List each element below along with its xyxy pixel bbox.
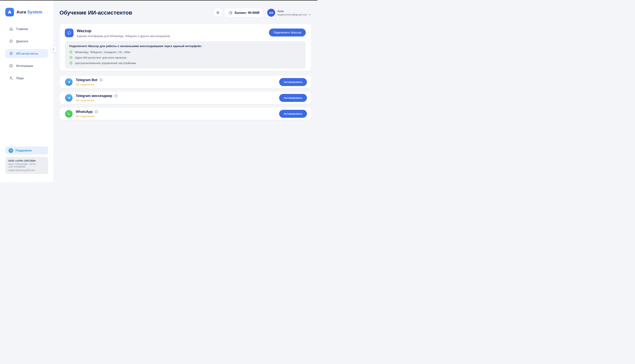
brand-name: Aura System xyxy=(16,10,42,14)
sidebar: Aura System Главная xyxy=(0,0,54,182)
app-root: Aura System Главная xyxy=(0,0,318,182)
company-registration: ИНН 7730344399 · ОГРН 1257700496360 xyxy=(8,163,45,168)
info-icon[interactable]: i xyxy=(99,78,103,82)
sidebar-spacer xyxy=(0,82,54,146)
chat-icon xyxy=(9,39,13,43)
feature-item: Централизованное управление настройками xyxy=(69,61,302,65)
sidebar-collapse-button[interactable] xyxy=(51,46,56,52)
channel-title: Telegram Bot xyxy=(76,78,97,82)
channel-title: WhatsApp xyxy=(76,110,92,114)
brand-name-secondary: System xyxy=(27,10,42,14)
channel-title-row: WhatsApp i xyxy=(76,110,279,114)
wazzup-title: Wazzup xyxy=(77,28,269,33)
sidebar-item-label: ИИ-ассистенты xyxy=(16,52,38,55)
telegram-icon xyxy=(65,78,72,86)
chevron-left-icon xyxy=(52,48,55,51)
wazzup-titles: Wazzup Единая платформа для WhatsApp, Te… xyxy=(77,28,269,38)
company-name: ООО «АУРА СИСТЕМ» xyxy=(8,159,45,162)
page-title: Обучение ИИ-ассистентов xyxy=(60,10,132,16)
channel-status: Не подключен xyxy=(76,99,279,102)
user-name: Aura xyxy=(278,10,311,13)
home-icon xyxy=(9,27,13,31)
sidebar-item-leads[interactable]: Лиды xyxy=(5,74,48,82)
sidebar-item-ai-assistants[interactable]: ИИ-ассистенты xyxy=(5,49,48,58)
activate-telegram-messenger-button[interactable]: Активировать xyxy=(279,94,307,102)
wazzup-subtitle: Единая платформа для WhatsApp, Telegram … xyxy=(77,34,269,38)
check-circle-icon xyxy=(69,50,73,54)
sidebar-nav: Главная Диалоги xyxy=(0,24,54,82)
person-plus-icon xyxy=(9,76,13,80)
header-actions: Баланс: 99 800₽ AS Aura degterevsmm@gmai… xyxy=(214,8,311,17)
feature-text: Один ИИ-ассистент для всех каналов xyxy=(75,56,126,59)
channel-meta: WhatsApp i Не подключен xyxy=(76,110,279,118)
wazzup-card-header: Wazzup Единая платформа для WhatsApp, Te… xyxy=(65,28,306,38)
wazzup-benefits-panel: Подключите Wazzup для работы с нескольки… xyxy=(65,41,306,68)
info-icon[interactable]: i xyxy=(114,94,118,98)
wazzup-icon xyxy=(65,28,74,37)
channel-title-row: Telegram Bot i xyxy=(76,78,279,82)
telegram-icon xyxy=(65,94,72,102)
company-info: ООО «АУРА СИСТЕМ» ИНН 7730344399 · ОГРН … xyxy=(5,157,48,174)
channel-title: Telegram мессенджер xyxy=(76,94,112,98)
sidebar-item-home[interactable]: Главная xyxy=(5,24,48,34)
channel-status: Не подключен xyxy=(76,83,279,86)
feature-text: WhatsApp, Telegram, Instagram, VK, Viber xyxy=(75,50,130,54)
sidebar-item-label: Лиды xyxy=(16,76,24,80)
brand[interactable]: Aura System xyxy=(0,8,54,16)
sidebar-item-dialogs[interactable]: Диалоги xyxy=(5,37,48,46)
wazzup-feature-list: WhatsApp, Telegram, Instagram, VK, Viber… xyxy=(69,50,302,65)
channel-title-row: Telegram мессенджер i xyxy=(76,94,279,98)
chip-icon xyxy=(9,52,13,56)
check-circle-icon xyxy=(69,61,73,65)
user-menu[interactable]: AS Aura degterevsmm@gmail.com xyxy=(267,9,311,17)
check-circle-icon xyxy=(69,56,73,59)
wazzup-card: Wazzup Единая платформа для WhatsApp, Te… xyxy=(60,24,311,71)
user-email: degterevsmm@gmail.com xyxy=(278,13,307,16)
sidebar-item-label: Главная xyxy=(16,27,28,31)
sidebar-item-label: Интеграции xyxy=(16,64,33,68)
channel-row-telegram-messenger: Telegram мессенджер i Не подключен Актив… xyxy=(60,92,311,104)
main-header: Обучение ИИ-ассистентов xyxy=(60,8,311,17)
info-icon[interactable]: i xyxy=(94,110,98,114)
aura-logo-icon xyxy=(5,8,14,16)
main-content: Обучение ИИ-ассистентов xyxy=(54,0,318,182)
chevron-down-icon xyxy=(308,13,311,16)
wallet-icon xyxy=(228,10,233,15)
support-label: Поддержка xyxy=(16,149,32,152)
feature-item: WhatsApp, Telegram, Instagram, VK, Viber xyxy=(69,50,302,54)
balance-button[interactable]: Баланс: 99 800₽ xyxy=(225,8,263,17)
channel-row-whatsapp: WhatsApp i Не подключен Активировать xyxy=(60,108,311,120)
brand-name-primary: Aura xyxy=(16,10,26,14)
telegram-support-icon xyxy=(8,148,13,153)
feature-item: Один ИИ-ассистент для всех каналов xyxy=(69,56,302,59)
channel-row-telegram-bot: Telegram Bot i Не подключен Активировать xyxy=(60,76,311,88)
wazzup-panel-heading: Подключите Wazzup для работы с нескольки… xyxy=(69,44,302,48)
channel-meta: Telegram Bot i Не подключен xyxy=(76,78,279,86)
balance-label: Баланс: 99 800₽ xyxy=(235,11,260,14)
activate-telegram-bot-button[interactable]: Активировать xyxy=(279,78,307,86)
sidebar-item-label: Диалоги xyxy=(16,40,28,43)
notifications-button[interactable] xyxy=(214,8,222,17)
sidebar-item-integrations[interactable]: Интеграции xyxy=(5,61,48,70)
user-email-row: degterevsmm@gmail.com xyxy=(278,13,311,16)
bell-icon xyxy=(216,10,220,15)
whatsapp-icon xyxy=(65,110,72,118)
feature-text: Централизованное управление настройками xyxy=(75,62,136,65)
puzzle-icon xyxy=(9,64,13,68)
channel-meta: Telegram мессенджер i Не подключен xyxy=(76,94,279,102)
user-meta: Aura degterevsmm@gmail.com xyxy=(278,10,311,16)
connect-wazzup-button[interactable]: Подключить Wazzup xyxy=(269,28,306,36)
company-email: support@aurasystem.pro xyxy=(8,169,45,172)
avatar: AS xyxy=(267,9,275,17)
channel-status: Не подключен xyxy=(76,114,279,118)
support-button[interactable]: Поддержка xyxy=(5,146,48,154)
activate-whatsapp-button[interactable]: Активировать xyxy=(279,110,307,118)
